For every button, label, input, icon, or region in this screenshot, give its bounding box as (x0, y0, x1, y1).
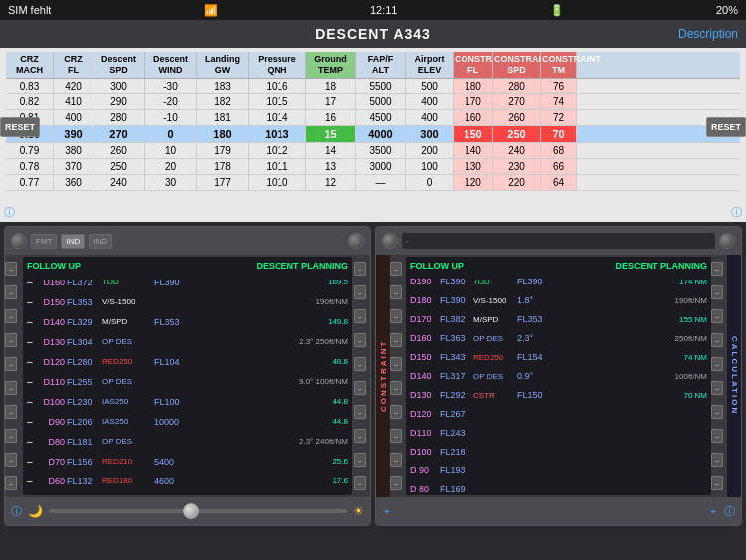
right-fmc-row-6: D130 FL292 CSTR FL150 70 NM (410, 386, 707, 404)
left-side-btn-7[interactable]: – (5, 429, 17, 443)
table-row[interactable]: 0.7837025020178101113300010013023066 (6, 159, 740, 175)
left-panel-right-side-btn-3[interactable]: – (354, 333, 366, 347)
right-panel-left-btn-1[interactable]: – (390, 285, 402, 299)
right-panel-left-btn-2[interactable]: – (390, 309, 402, 323)
rfmc-wp-11: D 80 (410, 484, 440, 494)
left-side-btn-4[interactable]: – (5, 357, 17, 371)
left-info-button[interactable]: ⓘ (11, 504, 22, 519)
left-panel-right-side-btn-7[interactable]: – (354, 429, 366, 443)
fmc-v3-1: 190ft/NM (188, 297, 348, 306)
fmc-wp-5: D110 (35, 377, 65, 387)
table-cell-3-3: 0 (145, 126, 197, 142)
left-side-btn-0[interactable]: – (5, 262, 17, 276)
table-cell-4-11: 68 (541, 143, 577, 158)
fmc-v1-9: FL156 (67, 457, 100, 467)
left-panel-right-side-btn-8[interactable]: – (354, 453, 366, 467)
table-cell-6-9: 120 (454, 175, 493, 190)
plus-icon-right[interactable]: + (708, 506, 718, 517)
right-panel-left-btn-8[interactable]: – (390, 453, 402, 467)
left-panel-right-side-btn-6[interactable]: – (354, 405, 366, 419)
left-fmc-row-8: – D80 FL181 OP DES 2.3° 240ft/NM (27, 432, 348, 451)
fmc-v3-5: 9.0° 100ft/NM (188, 377, 348, 386)
right-knob-right[interactable] (719, 233, 735, 249)
rfmc-wp-6: D130 (410, 390, 440, 400)
right-panel-right-btn-9[interactable]: – (711, 476, 723, 490)
reset-right-button[interactable]: RESET (706, 117, 746, 137)
right-fmc-display: FOLLOW UP DESCENT PLANNING D190 FL390 TO… (406, 257, 711, 495)
table-cell-0-7: 5500 (356, 79, 406, 93)
right-panel-right-btn-8[interactable]: – (711, 453, 723, 467)
table-cell-2-9: 160 (454, 110, 493, 125)
info-left-icon[interactable]: ⓘ (4, 205, 15, 220)
left-panel-right-side-btn-0[interactable]: – (354, 262, 366, 276)
left-panel-right-side-btn-2[interactable]: – (354, 309, 366, 323)
left-side-btn-5[interactable]: – (5, 381, 17, 395)
table-row[interactable]: 0.7938026010179101214350020014024068 (6, 143, 740, 159)
left-side-btn-6[interactable]: – (5, 405, 17, 419)
left-side-btn-1[interactable]: – (5, 285, 17, 299)
right-fmc-row-1: D180 FL390 V/S-1500 1.8° 190ft/NM (410, 291, 707, 309)
right-panel-right-btn-7[interactable]: – (711, 429, 723, 443)
fmc-v3-2: 149.8 (188, 317, 348, 326)
left-side-btn-2[interactable]: – (5, 309, 17, 323)
table-cell-6-8: 0 (406, 175, 454, 190)
right-panel-left-btn-7[interactable]: – (390, 429, 402, 443)
right-info-button[interactable]: ⓘ (724, 504, 735, 519)
fmc-v2-2: FL353 (154, 317, 186, 327)
left-panel-right-side-btn-9[interactable]: – (354, 476, 366, 490)
fmc-lbl-4: RED250 (102, 357, 152, 366)
left-side-btn-8[interactable]: – (5, 453, 17, 467)
right-panel-left-btn-6[interactable]: – (390, 405, 402, 419)
left-panel-right-side-btn-1[interactable]: – (354, 285, 366, 299)
table-row[interactable]: 0.803902700180101315400030015025070 (6, 126, 740, 143)
left-side-btn-9[interactable]: – (5, 476, 17, 490)
left-btn-ind[interactable]: IND (61, 234, 85, 249)
right-knob[interactable] (382, 233, 398, 249)
left-btn-fmt[interactable]: FMT (31, 234, 57, 249)
table-cell-0-9: 180 (454, 79, 493, 93)
right-panel-left-btn-5[interactable]: – (390, 381, 402, 395)
right-panel-right-btn-1[interactable]: – (711, 285, 723, 299)
brightness-slider[interactable] (49, 509, 347, 513)
right-panel-right-btn-3[interactable]: – (711, 333, 723, 347)
description-button[interactable]: Description (678, 27, 738, 41)
right-panel-right-btn-4[interactable]: – (711, 357, 723, 371)
right-panel-left-btn-3[interactable]: – (390, 333, 402, 347)
table-cell-4-10: 240 (493, 143, 541, 158)
table-cell-4-6: 14 (306, 143, 356, 158)
right-panel-left-btn-9[interactable]: – (390, 476, 402, 490)
rfmc-v1-10: FL193 (440, 466, 473, 475)
right-panel-left-btn-0[interactable]: – (390, 262, 402, 276)
left-fmc-panel: FMT IND IND –––––––––– FOLLOW UP DESCENT… (4, 226, 371, 526)
left-panel-right-side-btn-4[interactable]: – (354, 357, 366, 371)
sim-status: SIM fehlt (8, 4, 51, 16)
table-cell-0-10: 280 (493, 79, 541, 93)
left-panel-right-side-btn-5[interactable]: – (354, 381, 366, 395)
left-btn-ind2[interactable]: IND (89, 234, 112, 249)
right-panel-right-btn-5[interactable]: – (711, 381, 723, 395)
fmc-wp-9: D70 (35, 457, 65, 467)
right-fmc-row-8: D110 FL243 (410, 424, 707, 442)
table-cell-5-9: 130 (454, 159, 493, 174)
plus-icon-left[interactable]: + (382, 506, 392, 517)
left-side-btn-3[interactable]: – (5, 333, 17, 347)
moon-icon: 🌙 (28, 504, 43, 518)
table-row[interactable]: 0.7736024030177101012—012022064 (6, 175, 740, 191)
info-right-icon[interactable]: ⓘ (731, 205, 742, 220)
right-panel-left-btn-4[interactable]: – (390, 357, 402, 371)
fmc-v2-4: FL104 (154, 357, 186, 367)
left-knob[interactable] (11, 233, 27, 249)
table-cell-2-11: 72 (541, 110, 577, 125)
table-cell-1-4: 182 (197, 94, 249, 109)
rfmc-v1-5: FL317 (440, 371, 473, 381)
table-row[interactable]: 0.81400280-10181101416450040016026072 (6, 110, 740, 126)
right-panel-right-btn-0[interactable]: – (711, 262, 723, 276)
right-panel-right-btn-6[interactable]: – (711, 405, 723, 419)
table-row[interactable]: 0.82410290-20182101517500040017027074 (6, 94, 740, 110)
table-cell-0-3: -30 (145, 79, 197, 93)
right-panel-right-btn-2[interactable]: – (711, 309, 723, 323)
reset-left-button[interactable]: RESET (0, 117, 40, 137)
rfmc-v3-4: 74 NM (549, 353, 707, 362)
table-row[interactable]: 0.83420300-30183101618550050018028076 (6, 79, 740, 94)
left-knob-right[interactable] (348, 233, 364, 249)
